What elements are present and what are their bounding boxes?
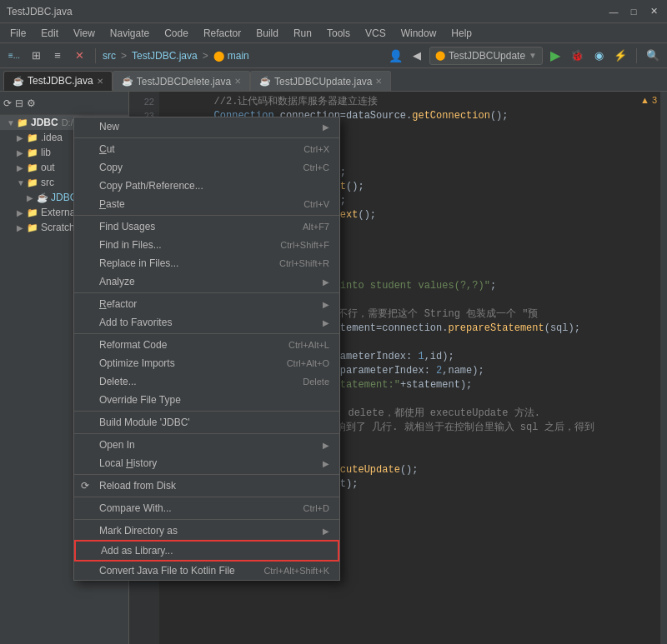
- ctx-add-as-library[interactable]: Add as Library...: [74, 540, 339, 562]
- toolbar-bookmark-btn[interactable]: ≡: [48, 47, 67, 65]
- ctx-openin-arrow: ▶: [323, 441, 329, 450]
- ctx-mark-directory[interactable]: Mark Directory as ▶: [74, 522, 339, 540]
- tree-arrow-out: ▶: [17, 163, 27, 172]
- ctx-history-arrow: ▶: [323, 459, 329, 468]
- menu-build[interactable]: Build: [249, 26, 285, 41]
- ctx-analyze-arrow: ▶: [323, 277, 329, 287]
- warning-badge: ▲ 3: [640, 95, 657, 105]
- menu-refactor[interactable]: Refactor: [197, 26, 248, 41]
- ctx-add-favorites[interactable]: Add to Favorites ▶: [74, 313, 339, 332]
- ctx-local-history[interactable]: Local History ▶: [74, 454, 339, 472]
- toolbar-separator-1: [95, 48, 96, 63]
- ctx-optimize-imports[interactable]: Optimize Imports Ctrl+Alt+O: [74, 354, 339, 372]
- ctx-markdir-arrow: ▶: [323, 527, 329, 536]
- ctx-analyze[interactable]: Analyze ▶: [74, 272, 339, 291]
- tree-label-jdbc: JDBC: [31, 117, 58, 128]
- ctx-replace-files[interactable]: Replace in Files... Ctrl+Shift+R: [74, 254, 339, 272]
- run-config-selector[interactable]: ⬤ TestJDBCUpdate ▼: [429, 47, 543, 65]
- ctx-build-module[interactable]: Build Module 'JDBC': [74, 413, 339, 432]
- close-button[interactable]: ✕: [647, 5, 660, 18]
- run-config-dropdown-icon: ▼: [529, 51, 537, 60]
- maximize-button[interactable]: □: [627, 5, 640, 18]
- ctx-sep-7: [74, 474, 339, 475]
- menu-run[interactable]: Run: [287, 26, 318, 41]
- tab-close-3[interactable]: ✕: [375, 77, 382, 86]
- menu-window[interactable]: Window: [394, 26, 444, 41]
- ctx-find-files[interactable]: Find in Files... Ctrl+Shift+F: [74, 236, 339, 254]
- project-panel-toolbar: ⟳ ⊟ ⚙: [0, 92, 128, 115]
- folder-icon-jdbc: 📁: [17, 117, 28, 128]
- toolbar-project-btn[interactable]: ≡...: [5, 47, 23, 65]
- tree-arrow-src: ▼: [17, 178, 27, 187]
- tab-close-2[interactable]: ✕: [234, 77, 241, 86]
- java-icon-pkg: ☕: [37, 192, 48, 203]
- ctx-open-in[interactable]: Open In ▶: [74, 436, 339, 454]
- menu-tools[interactable]: Tools: [320, 26, 357, 41]
- breadcrumb-sep-2: >: [203, 50, 208, 62]
- proj-tool-collapse[interactable]: ⊟: [15, 97, 23, 109]
- debug-button[interactable]: 🐞: [568, 47, 586, 65]
- ctx-reload-disk[interactable]: ⟳ Reload from Disk: [74, 477, 339, 495]
- title-bar: TestJDBC.java — □ ✕: [0, 0, 667, 23]
- ctx-reload-icon: ⟳: [81, 480, 89, 492]
- tree-label-src: src: [41, 177, 54, 188]
- menu-vcs[interactable]: VCS: [359, 26, 393, 41]
- ctx-convert-kotlin[interactable]: Convert Java File to Kotlin File Ctrl+Al…: [74, 562, 339, 580]
- ctx-new[interactable]: New ▶: [74, 117, 339, 136]
- toolbar-structure-btn[interactable]: ⊞: [27, 47, 45, 65]
- tab-label-1: TestJDBC.java: [28, 75, 93, 87]
- tree-label-out: out: [41, 162, 55, 173]
- proj-tool-settings[interactable]: ⚙: [27, 97, 36, 109]
- toolbar-avatar-btn[interactable]: 👤: [386, 47, 404, 65]
- ctx-sep-2: [74, 215, 339, 216]
- coverage-button[interactable]: ◉: [589, 47, 608, 65]
- ctx-paste[interactable]: Paste Ctrl+V: [74, 195, 339, 213]
- ctx-delete[interactable]: Delete... Delete: [74, 372, 339, 391]
- folder-icon-external: 📁: [27, 207, 38, 218]
- menu-help[interactable]: Help: [444, 26, 479, 41]
- menu-navigate[interactable]: Navigate: [103, 26, 156, 41]
- tree-arrow-external: ▶: [17, 208, 27, 217]
- menu-view[interactable]: View: [67, 26, 102, 41]
- ctx-new-arrow: ▶: [323, 122, 329, 132]
- tab-java-icon-3: ☕: [259, 76, 271, 87]
- tab-testjdbcupdate[interactable]: ☕ TestJDBCUpdate.java ✕: [250, 71, 391, 91]
- minimize-button[interactable]: —: [607, 5, 620, 18]
- breadcrumb-method-icon: ⬤: [213, 50, 224, 62]
- ctx-sep-1: [74, 137, 339, 138]
- ctx-find-usages[interactable]: Find Usages Alt+F7: [74, 217, 339, 236]
- proj-tool-sync[interactable]: ⟳: [3, 97, 12, 109]
- toolbar: ≡... ⊞ ≡ ✕ src > TestJDBC.java > ⬤ main …: [0, 43, 667, 68]
- ctx-refactor-arrow: ▶: [323, 300, 329, 309]
- menu-edit[interactable]: Edit: [34, 26, 65, 41]
- ctx-override-filetype[interactable]: Override File Type: [74, 391, 339, 409]
- ctx-sep-5: [74, 411, 339, 412]
- title-bar-title: TestJDBC.java: [7, 6, 73, 17]
- scroll-indicator[interactable]: [660, 92, 667, 644]
- tab-close-1[interactable]: ✕: [97, 77, 103, 86]
- tab-java-icon-1: ☕: [13, 76, 24, 87]
- ctx-sep-4: [74, 333, 339, 334]
- menu-file[interactable]: File: [3, 26, 33, 41]
- toolbar-close-tab-btn[interactable]: ✕: [70, 47, 88, 65]
- profile-button[interactable]: ⚡: [611, 47, 629, 65]
- folder-icon-lib: 📁: [27, 147, 38, 158]
- ctx-reformat[interactable]: Reformat Code Ctrl+Alt+L: [74, 336, 339, 354]
- ctx-compare-with[interactable]: Compare With... Ctrl+D: [74, 499, 339, 517]
- toolbar-back-btn[interactable]: ◀: [408, 47, 426, 65]
- tab-testjdbc[interactable]: ☕ TestJDBC.java ✕: [3, 71, 113, 91]
- ctx-cut[interactable]: Cut Ctrl+X: [74, 140, 339, 158]
- tab-testjdbcdelete[interactable]: ☕ TestJDBCDelete.java ✕: [113, 71, 250, 91]
- ctx-copy-path[interactable]: Copy Path/Reference...: [74, 177, 339, 195]
- tree-arrow-scratch: ▶: [17, 223, 27, 232]
- breadcrumb-sep-1: >: [121, 50, 127, 62]
- menu-code[interactable]: Code: [158, 26, 195, 41]
- context-menu: New ▶ Cut Ctrl+X Copy Ctrl+C Copy Path/R…: [73, 117, 340, 581]
- ctx-copy[interactable]: Copy Ctrl+C: [74, 158, 339, 177]
- title-bar-controls: — □ ✕: [607, 5, 660, 18]
- ctx-refactor[interactable]: Refactor ▶: [74, 295, 339, 313]
- run-button[interactable]: ▶: [546, 47, 564, 65]
- search-everywhere-btn[interactable]: 🔍: [644, 47, 662, 65]
- folder-icon-idea: 📁: [27, 132, 38, 143]
- folder-icon-out: 📁: [27, 162, 38, 173]
